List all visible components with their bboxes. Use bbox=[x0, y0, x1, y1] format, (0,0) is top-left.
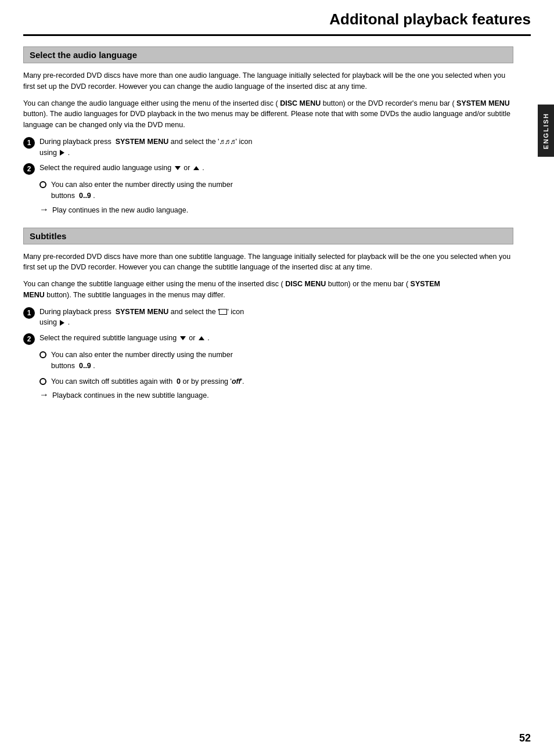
subtitles-sub-bullet-2: You can switch off subtitles again with … bbox=[39, 376, 513, 387]
page-title: Additonal playback features bbox=[329, 10, 531, 28]
subtitles-section-header: Subtitles bbox=[23, 228, 513, 244]
audio-arrow-bullet-text: Play continues in the new audio language… bbox=[52, 205, 188, 216]
audio-arrow-bullet: → Play continues in the new audio langua… bbox=[39, 205, 513, 216]
audio-sub-bullets: You can also enter the number directly u… bbox=[39, 179, 513, 201]
subtitles-step1-number: 1 bbox=[23, 307, 35, 319]
circle-bullet-icon-2 bbox=[39, 378, 46, 385]
sidebar-english-text: ENGLISH bbox=[542, 113, 549, 149]
sidebar-english: ENGLISH bbox=[538, 105, 554, 157]
subtitles-step2-text: Select the required subtitle language us… bbox=[39, 333, 210, 344]
subtitles-step1-text: During playback press SYSTEM MENU and se… bbox=[39, 307, 244, 329]
audio-step2: 2 Select the required audio language usi… bbox=[23, 163, 513, 175]
subtitles-intro-para2: You can change the subtitle language eit… bbox=[23, 279, 513, 301]
subtitles-intro-para1: Many pre-recorded DVD discs have more th… bbox=[23, 251, 513, 273]
audio-section-title: Select the audio language bbox=[30, 50, 137, 60]
arrow-bullet-icon: → bbox=[39, 205, 49, 214]
page-container: Additonal playback features Select the a… bbox=[0, 0, 554, 756]
audio-step1-text: During playback press SYSTEM MENU and se… bbox=[39, 136, 252, 159]
subtitles-step1: 1 During playback press SYSTEM MENU and … bbox=[23, 307, 513, 329]
subtitles-sub-bullet-1: You can also enter the number directly u… bbox=[39, 350, 513, 372]
audio-sub-bullet-1-text: You can also enter the number directly u… bbox=[51, 179, 233, 201]
audio-step1: 1 During playback press SYSTEM MENU and … bbox=[23, 136, 513, 159]
content-area: Select the audio language Many pre-recor… bbox=[0, 46, 537, 401]
title-bar: Additonal playback features bbox=[0, 0, 554, 32]
audio-step2-number: 2 bbox=[23, 163, 35, 175]
audio-step1-number: 1 bbox=[23, 137, 35, 149]
subtitles-section-title: Subtitles bbox=[30, 231, 66, 241]
subtitles-sub-bullet-1-text: You can also enter the number directly u… bbox=[51, 350, 233, 372]
subtitles-step2-number: 2 bbox=[23, 333, 35, 345]
audio-section-header: Select the audio language bbox=[23, 46, 513, 63]
page-number: 52 bbox=[519, 732, 531, 744]
subtitles-section: Subtitles Many pre-recorded DVD discs ha… bbox=[23, 228, 513, 402]
subtitles-sub-bullets: You can also enter the number directly u… bbox=[39, 350, 513, 387]
audio-step2-text: Select the required audio language using… bbox=[39, 163, 204, 174]
subtitles-step2: 2 Select the required subtitle language … bbox=[23, 333, 513, 345]
audio-section: Select the audio language Many pre-recor… bbox=[23, 46, 513, 216]
subtitles-arrow-bullet-text: Playback continues in the new subtitle l… bbox=[52, 390, 209, 401]
subtitles-arrow-bullet: → Playback continues in the new subtitle… bbox=[39, 390, 513, 401]
title-rule bbox=[23, 34, 531, 36]
arrow-bullet-icon-2: → bbox=[39, 390, 49, 399]
audio-intro-para1: Many pre-recorded DVD discs have more th… bbox=[23, 70, 513, 92]
audio-sub-bullet-1: You can also enter the number directly u… bbox=[39, 179, 513, 201]
circle-bullet-icon-1 bbox=[39, 351, 46, 358]
audio-intro-para2: You can change the audio language either… bbox=[23, 98, 513, 131]
circle-bullet-icon bbox=[39, 181, 46, 188]
subtitles-sub-bullet-2-text: You can switch off subtitles again with … bbox=[51, 376, 244, 387]
